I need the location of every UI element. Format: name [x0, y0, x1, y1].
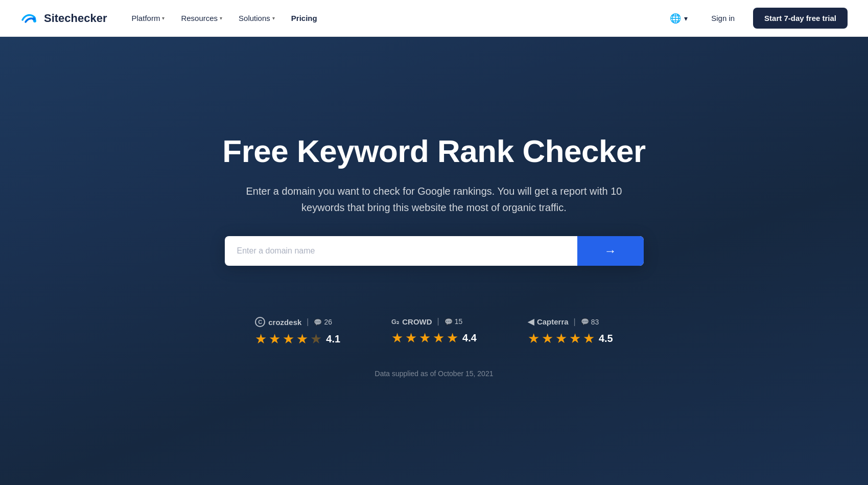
platform-chevron-icon: ▾ [162, 15, 165, 21]
ratings-section: C crozdesk | 💬 26 ★ ★ ★ ★ ★ 4.1 [255, 317, 613, 347]
star-1: ★ [255, 331, 267, 347]
capterra-label: Capterra [537, 317, 569, 326]
hero-title: Free Keyword Rank Checker [222, 134, 645, 169]
nav-item-platform[interactable]: Platform ▾ [126, 10, 171, 27]
divider-1: | [307, 317, 309, 327]
navbar-left: Sitechecker Platform ▾ Resources ▾ Solut… [20, 10, 323, 27]
globe-chevron: ▾ [684, 14, 688, 22]
crozdesk-stars: ★ ★ ★ ★ ★ 4.1 [255, 331, 340, 347]
rating-capterra: ◀ Capterra | 💬 83 ★ ★ ★ ★ ★ 4.5 [528, 317, 613, 347]
crozdesk-brand-icon: C [255, 317, 265, 327]
g2-score: 4.4 [462, 332, 477, 344]
capterra-header: ◀ Capterra | 💬 83 [528, 317, 599, 327]
g2-label: CROWD [402, 317, 432, 326]
comment-icon-1: 💬 [314, 318, 322, 326]
g2-brand-icon: G₂ [391, 318, 399, 326]
capterra-review-count: 💬 83 [581, 318, 599, 326]
star-2: ★ [269, 331, 280, 347]
crozdesk-review-count: 💬 26 [314, 318, 332, 326]
g2-review-count: 💬 15 [444, 317, 463, 326]
arrow-right-icon: → [604, 244, 617, 258]
crozdesk-header: C crozdesk | 💬 26 [255, 317, 332, 327]
navbar-right: 🌐 ▾ Sign in Start 7-day free trial [665, 8, 848, 29]
crozdesk-count: 26 [324, 318, 332, 326]
g2-logo: G₂ CROWD [391, 317, 432, 326]
signin-button[interactable]: Sign in [701, 9, 745, 28]
nav-item-resources[interactable]: Resources ▾ [175, 10, 228, 27]
rating-crozdesk: C crozdesk | 💬 26 ★ ★ ★ ★ ★ 4.1 [255, 317, 340, 347]
star-1: ★ [391, 330, 403, 346]
navbar: Sitechecker Platform ▾ Resources ▾ Solut… [0, 0, 868, 37]
nav-item-pricing[interactable]: Pricing [285, 10, 323, 27]
solutions-chevron-icon: ▾ [272, 15, 275, 21]
star-2: ★ [405, 330, 417, 346]
star-4: ★ [433, 330, 444, 346]
globe-icon: 🌐 [670, 13, 681, 24]
crozdesk-score: 4.1 [326, 333, 340, 345]
capterra-score: 4.5 [599, 333, 613, 344]
resources-chevron-icon: ▾ [220, 15, 222, 21]
logo-icon [20, 11, 39, 26]
rating-g2: G₂ CROWD | 💬 15 ★ ★ ★ ★ ★ 4.4 [391, 317, 477, 346]
nav-item-solutions[interactable]: Solutions ▾ [232, 10, 281, 27]
logo[interactable]: Sitechecker [20, 11, 107, 26]
star-3: ★ [283, 331, 294, 347]
star-empty: ★ [310, 331, 322, 347]
g2-header: G₂ CROWD | 💬 15 [391, 317, 462, 326]
comment-icon-3: 💬 [581, 318, 589, 326]
star-3: ★ [419, 330, 431, 346]
hero-content: Free Keyword Rank Checker Enter a domain… [222, 134, 645, 216]
star-half: ★ [583, 331, 595, 347]
star-4: ★ [569, 331, 581, 347]
search-container: → [225, 236, 644, 266]
g2-stars: ★ ★ ★ ★ ★ 4.4 [391, 330, 477, 346]
crozdesk-label: crozdesk [268, 318, 301, 327]
search-button[interactable]: → [577, 236, 644, 266]
star-2: ★ [542, 331, 553, 347]
star-3: ★ [555, 331, 567, 347]
capterra-logo: ◀ Capterra [528, 317, 569, 327]
comment-icon-2: 💬 [444, 318, 453, 326]
g2-count: 15 [455, 317, 463, 326]
divider-2: | [437, 317, 439, 326]
star-half: ★ [447, 330, 458, 346]
capterra-count: 83 [591, 318, 599, 326]
nav-links: Platform ▾ Resources ▾ Solutions ▾ Prici… [126, 10, 323, 27]
search-input[interactable] [225, 236, 577, 266]
logo-text: Sitechecker [44, 12, 107, 25]
svg-point-1 [32, 17, 35, 20]
capterra-stars: ★ ★ ★ ★ ★ 4.5 [528, 331, 613, 347]
divider-3: | [574, 317, 576, 327]
trial-button[interactable]: Start 7-day free trial [753, 8, 848, 29]
language-selector[interactable]: 🌐 ▾ [665, 9, 693, 28]
capterra-brand-icon: ◀ [528, 317, 534, 327]
hero-subtitle: Enter a domain you want to check for Goo… [224, 183, 643, 216]
crozdesk-logo: C crozdesk [255, 317, 301, 327]
hero-section: Free Keyword Rank Checker Enter a domain… [0, 37, 868, 485]
data-notice: Data supplied as of October 15, 2021 [375, 369, 494, 378]
star-1: ★ [528, 331, 539, 347]
star-half: ★ [296, 331, 308, 347]
